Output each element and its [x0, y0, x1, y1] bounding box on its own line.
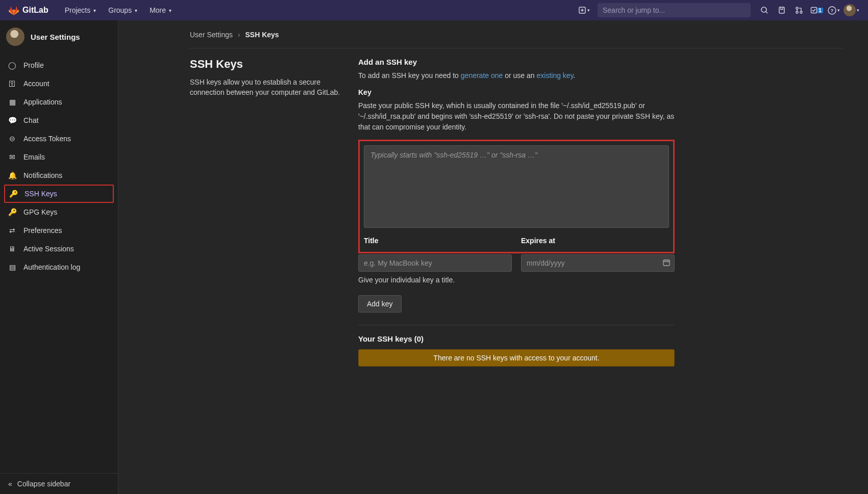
help-icon[interactable]: ? [825, 0, 842, 20]
page-title: SSH Keys [190, 58, 343, 71]
title-hint: Give your individual key a title. [358, 276, 675, 284]
sidebar: User Settings ◯Profile⚿Account▦Applicati… [0, 20, 118, 494]
doc-icon: ▤ [8, 263, 16, 271]
plus-icon[interactable] [575, 0, 592, 20]
sidebar-item-ssh-keys[interactable]: 🔑SSH Keys [4, 185, 114, 203]
add-key-helptext: To add an SSH key you need to generate o… [358, 70, 675, 81]
chevron-double-left-icon: « [8, 480, 12, 488]
page-description: SSH keys allow you to establish a secure… [190, 77, 343, 98]
svg-rect-2 [779, 7, 784, 13]
issues-icon[interactable] [773, 0, 790, 20]
sidebar-item-label: Account [23, 80, 49, 88]
sidebar-item-gpg-keys[interactable]: 🔑GPG Keys [0, 203, 118, 221]
divider [358, 325, 675, 325]
sidebar-header[interactable]: User Settings [0, 20, 118, 53]
sidebar-item-label: Access Tokens [23, 135, 71, 143]
sidebar-item-label: Notifications [23, 171, 62, 179]
top-nav: GitLab Projects Groups More 1 ? [0, 0, 868, 20]
brand-text: GitLab [22, 6, 48, 15]
sidebar-item-emails[interactable]: ✉Emails [0, 148, 118, 166]
sidebar-title: User Settings [31, 33, 80, 41]
title-input[interactable] [358, 254, 512, 272]
emails-icon: ✉ [8, 153, 16, 161]
key-help-text: Paste your public SSH key, which is usua… [358, 100, 675, 133]
sidebar-item-account[interactable]: ⚿Account [0, 74, 118, 93]
key-label: Key [358, 88, 675, 96]
sidebar-item-label: GPG Keys [23, 208, 57, 216]
todo-badge: 1 [817, 8, 823, 13]
token-icon: ⊝ [8, 135, 16, 143]
sidebar-item-label: Preferences [23, 226, 62, 235]
add-key-heading: Add an SSH key [358, 58, 675, 66]
account-icon: ⚿ [8, 80, 16, 88]
expires-label: Expires at [521, 237, 669, 245]
sidebar-item-label: Authentication log [23, 263, 80, 271]
user-icon: ◯ [8, 61, 16, 69]
gitlab-logo[interactable]: GitLab [8, 5, 48, 16]
sidebar-item-chat[interactable]: 💬Chat [0, 111, 118, 129]
nav-more[interactable]: More [143, 2, 178, 18]
collapse-label: Collapse sidebar [17, 480, 70, 488]
tanuki-icon [8, 5, 19, 16]
svg-point-4 [796, 11, 798, 13]
chat-icon: 💬 [8, 116, 16, 124]
expires-input[interactable] [521, 254, 675, 272]
title-label: Title [364, 237, 512, 245]
breadcrumb-root[interactable]: User Settings [190, 31, 233, 39]
svg-point-1 [761, 7, 766, 12]
breadcrumb-current: SSH Keys [245, 31, 279, 39]
search-input[interactable] [598, 3, 751, 17]
monitor-icon: 🖥 [8, 245, 16, 253]
collapse-sidebar[interactable]: « Collapse sidebar [0, 473, 118, 494]
apps-icon: ▦ [8, 98, 16, 106]
merge-requests-icon[interactable] [790, 0, 808, 20]
existing-key-link[interactable]: existing key [537, 71, 574, 80]
svg-point-5 [800, 11, 802, 13]
svg-text:?: ? [831, 7, 834, 13]
sidebar-item-active-sessions[interactable]: 🖥Active Sessions [0, 240, 118, 258]
sidebar-item-authentication-log[interactable]: ▤Authentication log [0, 258, 118, 276]
avatar-icon [844, 4, 856, 16]
nav-groups[interactable]: Groups [102, 2, 143, 18]
sidebar-item-profile[interactable]: ◯Profile [0, 56, 118, 74]
chevron-right-icon: › [238, 31, 240, 39]
user-menu[interactable] [842, 0, 860, 20]
sidebar-item-label: Profile [23, 61, 44, 69]
sidebar-item-label: Chat [23, 116, 39, 124]
add-key-button[interactable]: Add key [358, 295, 402, 313]
your-keys-heading: Your SSH keys (0) [358, 334, 675, 343]
sidebar-item-label: Applications [23, 98, 62, 106]
svg-point-3 [796, 7, 798, 9]
key-icon: 🔑 [8, 208, 16, 216]
sidebar-item-access-tokens[interactable]: ⊝Access Tokens [0, 129, 118, 148]
sidebar-item-label: Active Sessions [23, 245, 74, 253]
main-content: User Settings › SSH Keys SSH Keys SSH ke… [118, 20, 868, 377]
avatar-icon [6, 28, 24, 46]
sidebar-item-applications[interactable]: ▦Applications [0, 93, 118, 111]
bell-icon: 🔔 [8, 171, 16, 179]
sidebar-item-preferences[interactable]: ⇄Preferences [0, 221, 118, 240]
ssh-key-textarea[interactable] [364, 145, 669, 228]
sidebar-item-label: Emails [23, 153, 45, 161]
key-icon: 🔑 [9, 190, 17, 198]
breadcrumb: User Settings › SSH Keys [190, 31, 842, 48]
highlighted-region: Title Expires at [358, 140, 675, 253]
nav-projects[interactable]: Projects [59, 2, 103, 18]
sidebar-item-label: SSH Keys [24, 190, 57, 198]
empty-keys-banner: There are no SSH keys with access to you… [358, 349, 675, 367]
sliders-icon: ⇄ [8, 226, 16, 235]
sidebar-item-notifications[interactable]: 🔔Notifications [0, 166, 118, 185]
search-icon[interactable] [756, 0, 773, 20]
generate-one-link[interactable]: generate one [461, 71, 503, 80]
todos-icon[interactable]: 1 [808, 0, 825, 20]
